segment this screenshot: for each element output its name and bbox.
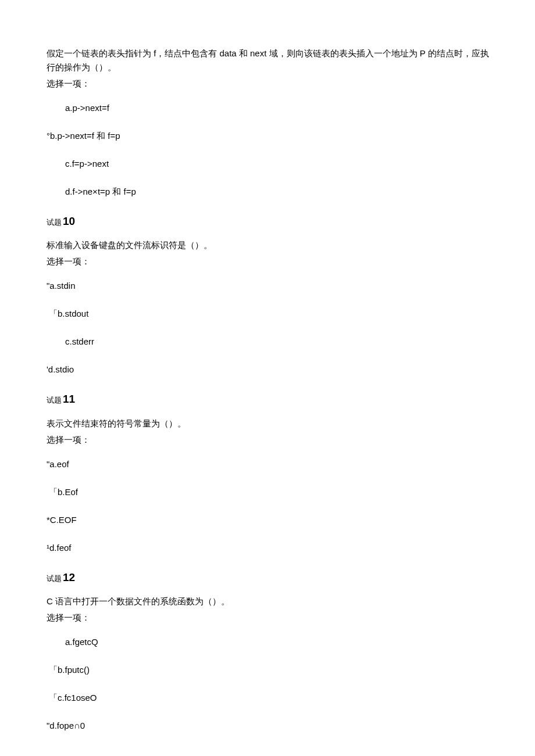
option-12-b[interactable]: 「b.fputc() bbox=[47, 663, 493, 677]
option-11-d[interactable]: ¹d.feof bbox=[47, 541, 493, 555]
question-12-select: 选择一项： bbox=[47, 611, 493, 625]
option-10-a[interactable]: "a.stdin bbox=[47, 279, 493, 293]
option-10-c[interactable]: c.stderr bbox=[47, 335, 493, 349]
question-11-select: 选择一项： bbox=[47, 433, 493, 447]
question-9-block: 假定一个链表的表头指针为 f，结点中包含有 data 和 next 域，则向该链… bbox=[47, 46, 493, 199]
question-10-text: 标准输入设备键盘的文件流标识符是（）。 bbox=[47, 238, 493, 252]
heading-num: 12 bbox=[63, 571, 75, 583]
option-10-d[interactable]: 'd.stdio bbox=[47, 363, 493, 377]
option-9-b[interactable]: °b.p->next=f 和 f=p bbox=[47, 129, 493, 143]
option-12-c[interactable]: 「c.fc1oseO bbox=[47, 691, 493, 705]
heading-prefix: 试题 bbox=[47, 574, 62, 583]
question-9-select: 选择一项： bbox=[47, 77, 493, 91]
option-11-a[interactable]: "a.eof bbox=[47, 457, 493, 471]
question-11-heading: 试题11 bbox=[47, 390, 493, 408]
question-9-text: 假定一个链表的表头指针为 f，结点中包含有 data 和 next 域，则向该链… bbox=[47, 46, 493, 74]
option-12-d[interactable]: "d.fope∩0 bbox=[47, 719, 493, 733]
option-11-b[interactable]: 「b.Eof bbox=[47, 485, 493, 499]
question-9-options: a.p->next=f °b.p->next=f 和 f=p c.f=p->ne… bbox=[47, 101, 493, 199]
option-10-b[interactable]: 「b.stdout bbox=[47, 307, 493, 321]
question-11-text: 表示文件结束符的符号常量为（）。 bbox=[47, 417, 493, 431]
heading-num: 11 bbox=[63, 393, 75, 405]
heading-num: 10 bbox=[63, 215, 75, 227]
option-9-c[interactable]: c.f=p->next bbox=[47, 157, 493, 171]
question-11-options: "a.eof 「b.Eof *C.EOF ¹d.feof bbox=[47, 457, 493, 555]
heading-prefix: 试题 bbox=[47, 218, 62, 227]
option-11-c[interactable]: *C.EOF bbox=[47, 513, 493, 527]
question-10-select: 选择一项： bbox=[47, 255, 493, 268]
option-12-a[interactable]: a.fgetcQ bbox=[47, 635, 493, 649]
heading-prefix: 试题 bbox=[47, 396, 62, 404]
question-12-text: C 语言中打开一个数据文件的系统函数为（）。 bbox=[47, 594, 493, 608]
question-12-block: C 语言中打开一个数据文件的系统函数为（）。 选择一项： a.fgetcQ 「b… bbox=[47, 594, 493, 733]
question-10-heading: 试题10 bbox=[47, 213, 493, 230]
question-11-block: 表示文件结束符的符号常量为（）。 选择一项： "a.eof 「b.Eof *C.… bbox=[47, 417, 493, 555]
option-9-a[interactable]: a.p->next=f bbox=[47, 101, 493, 115]
question-12-heading: 试题12 bbox=[47, 569, 493, 586]
option-9-d[interactable]: d.f->ne×t=p 和 f=p bbox=[47, 185, 493, 199]
question-12-options: a.fgetcQ 「b.fputc() 「c.fc1oseO "d.fope∩0 bbox=[47, 635, 493, 733]
question-10-block: 标准输入设备键盘的文件流标识符是（）。 选择一项： "a.stdin 「b.st… bbox=[47, 238, 493, 377]
question-10-options: "a.stdin 「b.stdout c.stderr 'd.stdio bbox=[47, 279, 493, 377]
